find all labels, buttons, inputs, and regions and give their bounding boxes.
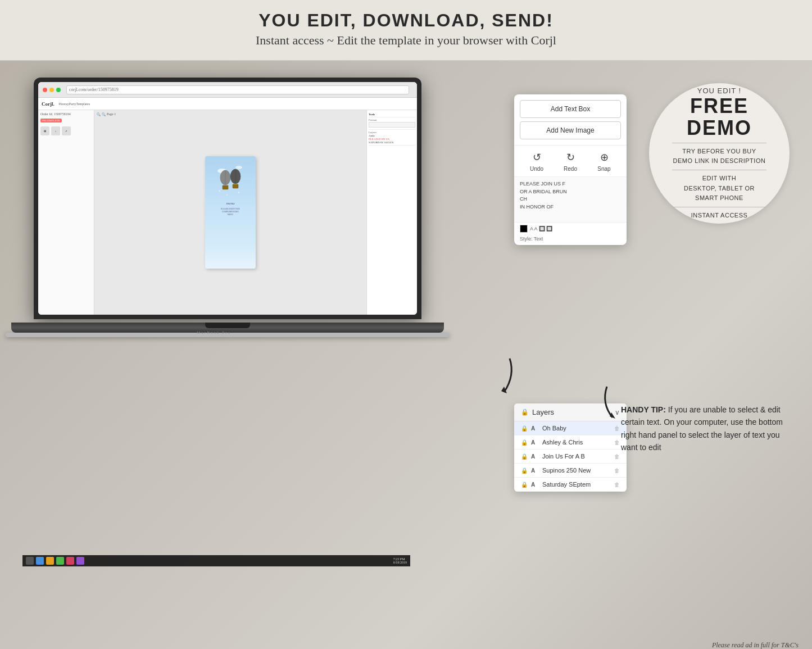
- panel-layers-item3: SATURDAY AUGUS: [369, 141, 415, 144]
- sidebar-icon-1[interactable]: ⊞: [40, 126, 49, 135]
- corjl-header: Corjl. HoorayPartyTemplates: [38, 98, 417, 110]
- laptop-container: corjl.com/order/150975819 Corjl. HoorayP…: [11, 78, 438, 583]
- zoom-controls: 🔍 🔍 Page 1: [97, 112, 116, 116]
- layers-lock-icon: 🔒: [521, 409, 529, 416]
- demo-divider-2: [672, 170, 766, 170]
- layer-item-saturday[interactable]: 🔒 A Saturday SEptem 🗑: [514, 478, 627, 492]
- layer-item-supinos[interactable]: 🔒 A Supinos 250 New 🗑: [514, 464, 627, 478]
- balloon-svg: ★ ★ ★: [216, 161, 244, 200]
- svg-text:★: ★: [238, 191, 240, 194]
- svg-rect-6: [223, 185, 228, 189]
- taskbar-icon-app2: [46, 557, 54, 565]
- top-banner: YOU EDIT, DOWNLOAD, SEND! Instant access…: [0, 0, 812, 61]
- panel-layers-item1: Andy: [369, 134, 415, 137]
- layer-type-3: A: [531, 453, 539, 460]
- demo-demo-label: DEMO: [687, 117, 752, 139]
- panel-format-input[interactable]: [369, 122, 415, 128]
- format-icons: A A 🔲 🔲: [530, 226, 552, 232]
- add-new-image-button[interactable]: Add New Image: [520, 121, 621, 139]
- undo-label: Undo: [530, 166, 543, 172]
- layer-lock-icon-4: 🔒: [521, 468, 528, 474]
- text-color-box[interactable]: [520, 225, 528, 233]
- browser-close-dot: [43, 88, 47, 92]
- panel-section-tools: Tools: [369, 112, 415, 117]
- undo-tool[interactable]: ↺ Undo: [529, 150, 544, 172]
- corjl-sidebar: Order Id: 1509758194 INCOMPLETE ⊞ ↓ ✓: [38, 110, 94, 315]
- svg-point-1: [235, 166, 242, 169]
- layer-item-join-us[interactable]: 🔒 A Join Us For A B 🗑: [514, 450, 627, 464]
- sidebar-icon-3[interactable]: ✓: [62, 126, 71, 135]
- browser-address-bar[interactable]: corjl.com/order/150975819: [66, 85, 409, 94]
- layers-list: 🔒 A Oh Baby 🗑 🔒 A Ashley & Chris 🗑 🔒 A J…: [514, 421, 627, 492]
- main-content: corjl.com/order/150975819 Corjl. HoorayP…: [0, 61, 812, 649]
- demo-circle: YOU EDIT ! FREE DEMO TRY BEFORE YOU BUY …: [649, 83, 790, 224]
- demo-line-1: TRY BEFORE YOU BUY: [682, 147, 756, 157]
- floating-panel-format-row: A A 🔲 🔲: [514, 222, 627, 235]
- panel-section-format: Format: [369, 117, 415, 130]
- corjl-body: Order Id: 1509758194 INCOMPLETE ⊞ ↓ ✓: [38, 110, 417, 315]
- card-preview: ★ ★ ★ menu PLEASE ENJOY THISCOMPLIMENTAR…: [205, 156, 256, 269]
- svg-text:★: ★: [226, 194, 228, 196]
- browser-chrome: corjl.com/order/150975819: [38, 82, 417, 98]
- layer-item-ashley-chris[interactable]: 🔒 A Ashley & Chris 🗑: [514, 435, 627, 450]
- snap-label: Snap: [597, 166, 610, 172]
- taskbar-icon-app3: [56, 557, 64, 565]
- card-small-text: PLEASE ENJOY THISCOMPLIMENTARYMENU: [221, 208, 239, 216]
- layer-lock-icon-5: 🔒: [521, 482, 528, 488]
- sub-title: Instant access ~ Edit the template in yo…: [11, 33, 801, 48]
- handy-tip: HANDY TIP: If you are unable to select &…: [621, 403, 790, 454]
- layer-delete-icon-4[interactable]: 🗑: [614, 468, 620, 474]
- layer-delete-icon-1[interactable]: 🗑: [614, 425, 620, 432]
- corjl-main: 🔍 🔍 Page 1: [94, 110, 366, 315]
- layer-lock-icon-3: 🔒: [521, 453, 528, 460]
- taskbar-icon-app1: [36, 557, 44, 565]
- redo-tool[interactable]: ↻ Redo: [563, 150, 578, 172]
- preview-text-1: PLEASE JOIN US F: [520, 180, 621, 188]
- layer-delete-icon-3[interactable]: 🗑: [614, 453, 620, 460]
- demo-you-edit: YOU EDIT !: [697, 87, 741, 95]
- demo-line-4: DESKTOP, TABLET OR: [684, 184, 755, 194]
- layer-name-saturday: Saturday SEptem: [542, 481, 611, 488]
- layer-type-2: A: [531, 439, 539, 446]
- demo-divider-3: [672, 207, 766, 207]
- corjl-nav: HoorayPartyTemplates: [59, 102, 90, 106]
- snap-tool[interactable]: ⊕ Snap: [597, 150, 611, 172]
- preview-text-2: OR A BRIDAL BRUN: [520, 188, 621, 196]
- taskbar: 7:23 PM 6/18/2019: [22, 555, 410, 566]
- taskbar-icon-app4: [66, 557, 74, 565]
- laptop-screen-outer: corjl.com/order/150975819 Corjl. HoorayP…: [34, 78, 421, 319]
- layers-title: Layers: [532, 408, 554, 416]
- layer-lock-icon-2: 🔒: [521, 439, 528, 446]
- demo-divider-1: [672, 143, 766, 143]
- incomplete-badge: INCOMPLETE: [40, 119, 62, 122]
- redo-label: Redo: [564, 166, 577, 172]
- layer-type-5: A: [531, 482, 539, 488]
- arrow-1-icon: [476, 353, 521, 398]
- panel-layers-item2: PLEASEJOIN US: [369, 138, 415, 140]
- laptop-notch: [205, 323, 250, 328]
- browser-url: corjl.com/order/150975819: [69, 87, 119, 92]
- nav-item-hooray: HoorayPartyTemplates: [59, 102, 90, 106]
- svg-line-9: [228, 185, 228, 185]
- preview-text-3: CH: [520, 196, 621, 203]
- demo-line-3: EDIT WITH: [702, 174, 737, 184]
- corjl-right-panel: Tools Format Layers Andy: [366, 110, 417, 315]
- svg-text:★: ★: [219, 189, 221, 192]
- layer-delete-icon-2[interactable]: 🗑: [614, 439, 620, 446]
- demo-line-6: INSTANT ACCESS: [691, 211, 748, 221]
- layer-delete-icon-5[interactable]: 🗑: [614, 482, 620, 488]
- handy-tip-label: HANDY TIP:: [621, 405, 666, 414]
- order-id: Order Id: 1509758194: [40, 112, 92, 116]
- redo-icon: ↻: [563, 150, 578, 165]
- macbook-label: MacBook Pro: [197, 330, 231, 335]
- panel-layers-header: Layers: [369, 131, 415, 134]
- demo-free-label: FREE: [690, 95, 749, 117]
- preview-text-4: IN HONOR OF: [520, 203, 621, 211]
- snap-icon: ⊕: [597, 150, 611, 165]
- add-text-box-button[interactable]: Add Text Box: [520, 100, 621, 118]
- floating-panel-toolbar: ↺ Undo ↻ Redo ⊕ Snap: [514, 145, 627, 177]
- sidebar-icon-2[interactable]: ↓: [51, 126, 60, 135]
- card-menu-text: menu: [226, 201, 234, 206]
- corjl-logo: Corjl.: [42, 101, 55, 107]
- layer-name-join-us: Join Us For A B: [542, 453, 611, 460]
